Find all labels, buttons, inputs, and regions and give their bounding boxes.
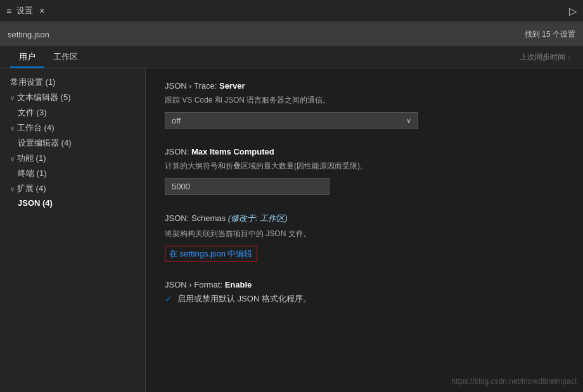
sidebar: 常用设置 (1) ∨ 文本编辑器 (5) 文件 (3) ∨ 工作台 (4) 设置…: [0, 68, 146, 392]
edit-settings-json-link[interactable]: 在 settings.json 中编辑: [165, 246, 257, 262]
sidebar-item-workbench[interactable]: ∨ 工作台 (4): [0, 120, 145, 136]
format-enable-label: 启用或禁用默认 JSON 格式化程序。: [177, 293, 311, 305]
setting-schemas-desc: 将架构构关联到当前项目中的 JSON 文件。: [165, 228, 564, 239]
close-button[interactable]: ×: [39, 6, 44, 16]
search-input[interactable]: [8, 30, 525, 39]
title-bar-title: 设置: [16, 5, 33, 16]
chevron-down-icon: ∨: [10, 94, 15, 101]
sidebar-item-terminal[interactable]: 终端 (1): [0, 166, 145, 181]
setting-max-items-desc: 计算的大纲符号和折叠区域的最大数量(因性能原因而受限)。: [165, 160, 564, 172]
setting-schemas-title: JSON: Schemas (修改于: 工作区): [165, 213, 564, 224]
chevron-down-icon2: ∨: [10, 125, 15, 132]
run-button[interactable]: ▷: [569, 5, 577, 17]
setting-format-enable: JSON › Format: Enable ✓ 启用或禁用默认 JSON 格式化…: [165, 280, 564, 305]
setting-format-enable-title: JSON › Format: Enable: [165, 280, 564, 289]
tabs-container: 用户 工作区: [10, 47, 87, 68]
setting-max-items: JSON: Max Items Computed 计算的大纲符号和折叠区域的最大…: [165, 147, 564, 195]
setting-schemas: JSON: Schemas (修改于: 工作区) 将架构构关联到当前项目中的 J…: [165, 213, 564, 262]
title-bar: ≡ 设置 × ▷: [0, 0, 583, 22]
main-content: 常用设置 (1) ∨ 文本编辑器 (5) 文件 (3) ∨ 工作台 (4) 设置…: [0, 68, 583, 392]
setting-max-items-title: JSON: Max Items Computed: [165, 147, 564, 156]
menu-icon: ≡: [6, 6, 11, 16]
sidebar-item-json[interactable]: JSON (4): [0, 196, 145, 210]
tab-user[interactable]: 用户: [10, 47, 44, 68]
sidebar-item-common[interactable]: 常用设置 (1): [0, 75, 145, 90]
chevron-down-icon3: ∨: [10, 155, 15, 162]
sidebar-item-features[interactable]: ∨ 功能 (1): [0, 151, 145, 166]
search-bar: 找到 15 个设置: [0, 22, 583, 46]
setting-trace-server-title: JSON › Trace: Server: [165, 81, 564, 91]
chevron-down-icon4: ∨: [10, 186, 15, 193]
checkbox-checked-icon[interactable]: ✓: [165, 294, 172, 304]
sidebar-item-settings-editor[interactable]: 设置编辑器 (4): [0, 136, 145, 151]
sync-label: 上次同步时间：: [520, 48, 573, 66]
settings-content: JSON › Trace: Server 跟踪 VS Code 和 JSON 语…: [146, 68, 583, 392]
tab-workspace[interactable]: 工作区: [44, 47, 87, 68]
chevron-down-icon5: ∨: [406, 117, 411, 125]
setting-trace-server: JSON › Trace: Server 跟踪 VS Code 和 JSON 语…: [165, 81, 564, 129]
search-result-count: 找到 15 个设置: [525, 29, 575, 40]
tab-bar: 用户 工作区 上次同步时间：: [0, 46, 583, 68]
setting-trace-server-desc: 跟踪 VS Code 和 JSON 语言服务器之间的通信。: [165, 94, 564, 106]
sidebar-item-file[interactable]: 文件 (3): [0, 105, 145, 120]
watermark: https://blog.csdn.net/incredibleimpact: [452, 377, 577, 386]
sidebar-item-text-editor[interactable]: ∨ 文本编辑器 (5): [0, 90, 145, 105]
format-enable-checkbox-row: ✓ 启用或禁用默认 JSON 格式化程序。: [165, 293, 564, 305]
max-items-input[interactable]: [165, 178, 330, 195]
dropdown-value: off: [172, 116, 181, 125]
trace-server-dropdown[interactable]: off ∨: [165, 112, 418, 129]
sidebar-item-extensions[interactable]: ∨ 扩展 (4): [0, 181, 145, 196]
